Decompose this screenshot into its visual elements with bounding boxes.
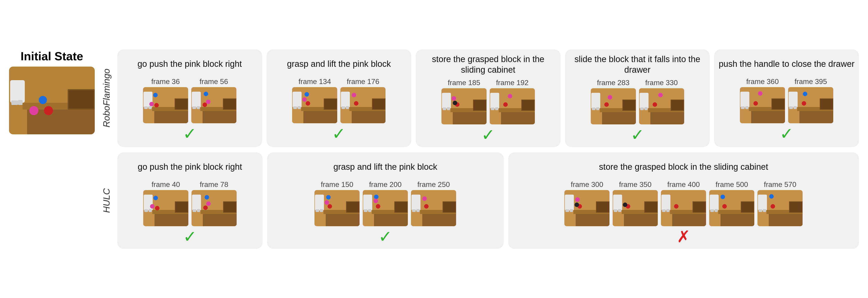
row-1: HULCgo push the pink block rightframe 40…	[101, 152, 859, 249]
svg-point-29	[203, 102, 207, 107]
svg-rect-73	[592, 108, 595, 110]
svg-point-39	[306, 101, 310, 106]
task-card-0-4: push the handle to close the drawerframe…	[714, 50, 859, 147]
card-title-1-2: store the grasped block in the sliding c…	[599, 157, 768, 177]
svg-rect-120	[197, 209, 200, 212]
svg-rect-117	[224, 202, 236, 212]
frame-item-0-1-1: frame 176	[340, 78, 385, 123]
svg-rect-177	[662, 209, 666, 212]
card-title-1-0: go push the pink block right	[138, 157, 242, 177]
frame-img-1-2-1	[613, 190, 658, 226]
frame-item-0-3-0: frame 283	[591, 79, 636, 124]
frame-label-0-3-0: frame 283	[597, 79, 629, 87]
svg-rect-5	[11, 100, 18, 105]
svg-point-76	[604, 102, 609, 107]
svg-point-111	[153, 196, 158, 200]
frame-item-1-2-2: frame 400	[661, 180, 706, 226]
svg-rect-43	[373, 99, 385, 109]
svg-point-9	[44, 106, 53, 115]
svg-rect-183	[741, 202, 754, 212]
frame-label-1-2-3: frame 500	[715, 180, 748, 189]
svg-rect-68	[602, 111, 636, 124]
svg-rect-150	[416, 209, 420, 212]
svg-rect-153	[576, 213, 610, 226]
svg-rect-63	[490, 93, 499, 109]
svg-point-8	[29, 106, 38, 115]
svg-rect-77	[650, 111, 684, 124]
frame-item-0-1-0: frame 134	[292, 78, 337, 123]
svg-rect-167	[613, 195, 622, 210]
svg-point-112	[150, 204, 155, 209]
svg-rect-140	[368, 209, 371, 212]
frame-item-0-4-1: frame 395	[788, 78, 833, 123]
svg-rect-192	[790, 202, 802, 212]
svg-rect-138	[363, 195, 372, 210]
svg-rect-185	[710, 209, 714, 212]
svg-rect-137	[395, 202, 407, 212]
frame-label-0-3-1: frame 330	[645, 79, 678, 87]
svg-point-121	[205, 195, 209, 200]
frame-item-0-2-0: frame 185	[441, 79, 487, 124]
frames-row-1-0: frame 40frame 78	[121, 180, 258, 226]
svg-point-18	[149, 102, 154, 106]
svg-rect-49	[453, 111, 487, 124]
frame-item-1-2-0: frame 300	[564, 180, 610, 226]
frame-label-0-2-0: frame 185	[448, 79, 480, 87]
svg-rect-139	[364, 209, 368, 212]
frame-img-0-1-0	[292, 87, 337, 123]
svg-rect-15	[144, 106, 148, 109]
svg-rect-147	[443, 202, 456, 212]
svg-rect-24	[192, 92, 201, 108]
card-title-0-4: push the handle to close the drawer	[719, 54, 855, 74]
task-card-0-1: grasp and lift the pink blockframe 134fr…	[267, 50, 411, 147]
frame-item-0-4-0: frame 360	[740, 78, 785, 123]
card-title-0-3: slide the block that it falls into the d…	[569, 54, 706, 76]
svg-rect-163	[624, 213, 658, 226]
svg-rect-64	[491, 108, 494, 110]
svg-rect-168	[614, 209, 617, 212]
svg-rect-110	[149, 209, 152, 212]
svg-rect-149	[412, 209, 416, 212]
result-mark-0-3: ✓	[631, 127, 644, 143]
frame-img-1-2-4	[757, 190, 803, 226]
svg-point-67	[503, 102, 508, 107]
task-card-0-0: go push the pink block rightframe 36fram…	[117, 50, 262, 147]
initial-state-box: Initial State	[9, 50, 95, 134]
svg-rect-13	[175, 99, 187, 109]
frame-item-1-1-0: frame 150	[314, 180, 360, 226]
svg-point-141	[374, 195, 378, 199]
frame-item-1-1-2: frame 250	[411, 180, 456, 226]
frame-img-1-2-3	[709, 190, 754, 226]
svg-point-162	[575, 203, 579, 207]
svg-rect-172	[672, 213, 706, 226]
svg-rect-157	[565, 195, 574, 210]
frame-item-1-0-0: frame 40	[143, 180, 188, 226]
cards-container-0: go push the pink block rightframe 36fram…	[117, 50, 859, 147]
task-card-1-1: grasp and lift the pink blockframe 150fr…	[267, 152, 504, 249]
svg-point-113	[155, 206, 159, 210]
svg-point-151	[422, 197, 427, 201]
svg-rect-25	[192, 106, 196, 109]
svg-rect-35	[293, 106, 297, 109]
svg-rect-189	[769, 213, 803, 226]
svg-rect-195	[763, 209, 766, 212]
svg-point-187	[720, 195, 725, 199]
svg-point-75	[608, 95, 612, 99]
frame-item-1-2-3: frame 500	[709, 180, 754, 226]
svg-point-103	[802, 101, 806, 106]
frame-label-0-4-0: frame 360	[746, 78, 779, 86]
frame-img-1-0-0	[143, 190, 188, 226]
svg-rect-118	[192, 195, 201, 210]
svg-rect-124	[326, 213, 360, 226]
svg-rect-109	[144, 209, 148, 212]
svg-rect-83	[645, 107, 648, 110]
svg-rect-55	[447, 107, 450, 110]
svg-point-188	[722, 204, 727, 209]
svg-rect-20	[203, 110, 237, 123]
result-mark-1-1: ✓	[378, 229, 392, 245]
svg-rect-16	[148, 106, 152, 109]
frame-item-1-1-1: frame 200	[363, 180, 408, 226]
svg-rect-175	[693, 202, 705, 212]
svg-point-19	[154, 103, 159, 108]
frame-label-0-0-1: frame 56	[199, 78, 228, 86]
